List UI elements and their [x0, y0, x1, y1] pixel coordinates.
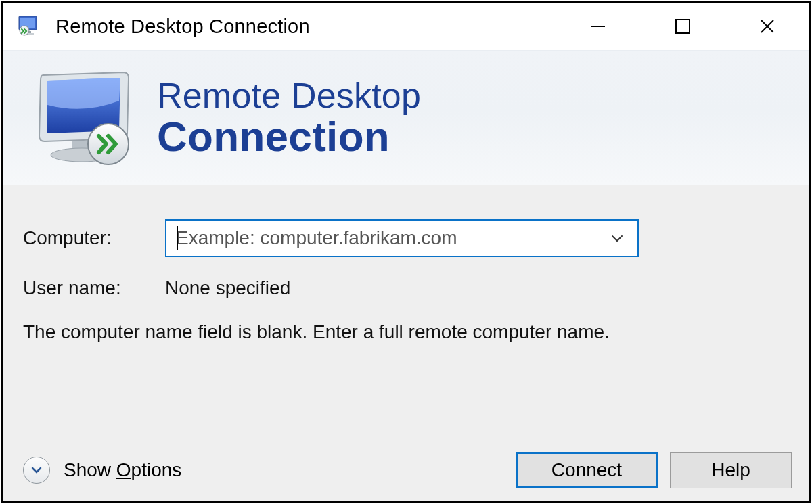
- banner-title: Remote Desktop Connection: [157, 78, 421, 158]
- connect-button[interactable]: Connect: [516, 452, 658, 488]
- banner-title-line1: Remote Desktop: [157, 78, 421, 114]
- username-row: User name: None specified: [23, 277, 789, 299]
- window-title: Remote Desktop Connection: [55, 16, 310, 38]
- show-options-label: Show Options: [64, 459, 181, 481]
- window-controls: [556, 3, 809, 50]
- chevron-down-icon[interactable]: [597, 221, 637, 256]
- chevron-down-circle-icon: [23, 457, 50, 484]
- banner-title-line2: Connection: [157, 115, 421, 158]
- remote-desktop-large-icon: [30, 67, 138, 168]
- username-label: User name:: [23, 277, 165, 299]
- computer-label: Computer:: [23, 227, 165, 249]
- header-banner: Remote Desktop Connection: [3, 50, 809, 185]
- show-options-toggle[interactable]: Show Options: [23, 457, 181, 484]
- body-panel: Computer: User name: None specified The …: [3, 185, 809, 439]
- help-button[interactable]: Help: [670, 452, 792, 488]
- remote-desktop-icon: [18, 15, 43, 38]
- hint-text: The computer name field is blank. Enter …: [23, 319, 659, 345]
- title-bar[interactable]: Remote Desktop Connection: [3, 3, 809, 50]
- svg-rect-6: [676, 20, 690, 33]
- text-caret: [177, 226, 178, 250]
- username-value: None specified: [165, 277, 290, 299]
- footer-bar: Show Options Connect Help: [3, 439, 809, 501]
- computer-combobox[interactable]: [165, 219, 639, 257]
- maximize-button[interactable]: [640, 3, 725, 50]
- minimize-button[interactable]: [556, 3, 640, 50]
- rdc-window: Remote Desktop Connection: [1, 1, 811, 503]
- computer-row: Computer:: [23, 219, 789, 257]
- close-button[interactable]: [725, 3, 809, 50]
- computer-input[interactable]: [166, 221, 597, 256]
